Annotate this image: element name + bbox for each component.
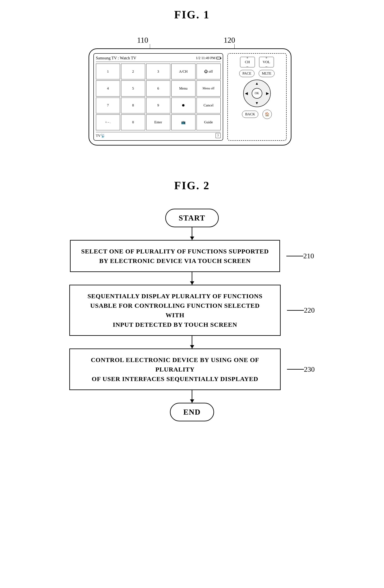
screen-btn-2[interactable]: 2 <box>121 63 145 79</box>
step210-label: 210 <box>303 252 314 260</box>
screen-btn-1[interactable]: 1 <box>96 63 120 79</box>
mlte-button[interactable]: MLTE <box>259 70 274 77</box>
screen-header: Samsung TV : Watch TV 1/2 11:49 PM <box>96 56 221 62</box>
screen-time: 1/2 11:49 PM <box>196 56 221 60</box>
dpad-right-arrow[interactable]: ▶ <box>266 91 269 96</box>
screen-btn-cancel[interactable]: Cancel <box>197 98 221 113</box>
pace-mlte-row: PACE MLTE <box>239 70 274 77</box>
tv-antenna-icon: TV📡 <box>96 133 105 138</box>
screen-btn-ach[interactable]: A/CH <box>171 63 196 79</box>
step220-label: 220 <box>304 306 315 314</box>
ch-button[interactable]: + CH – <box>240 57 255 67</box>
screen-bottom-bar: TV📡 ? <box>96 132 221 138</box>
step230-line1: CONTROL ELECTRONIC DEVICE BY USING ONE O… <box>81 355 270 374</box>
ok-button[interactable]: OK <box>252 88 262 99</box>
screen-btn-off[interactable]: ⏻ off <box>197 63 221 79</box>
help-button[interactable]: ? <box>216 133 221 138</box>
arrow-2 <box>192 272 192 285</box>
screen-btn-5[interactable]: 5 <box>121 81 145 96</box>
step220-wrapper: SEQUENTIALLY DISPLAY PLURALITY OF FUNCTI… <box>69 285 315 336</box>
screen-btn-menuoff[interactable]: Menu off <box>197 81 221 96</box>
screen-btn-3[interactable]: 3 <box>146 63 170 79</box>
step210-wrapper: SELECT ONE OF PLURALITY OF FUNCTIONS SUP… <box>70 240 314 272</box>
screen-btn-7[interactable]: 7 <box>96 98 120 113</box>
arrow-3 <box>192 336 192 349</box>
pace-button[interactable]: PACE <box>239 70 254 77</box>
touch-screen[interactable]: Samsung TV : Watch TV 1/2 11:49 PM 1 2 3… <box>93 53 223 141</box>
fig2-title: FIG. 2 <box>174 179 210 192</box>
vol-button[interactable]: + VOL – <box>259 57 274 67</box>
step230-connector-line <box>287 369 304 370</box>
step210-line1: SELECT ONE OF PLURALITY OF FUNCTIONS SUP… <box>81 247 269 256</box>
step230-box: CONTROL ELECTRONIC DEVICE BY USING ONE O… <box>69 349 281 390</box>
end-pill: END <box>170 403 214 421</box>
step230-wrapper: CONTROL ELECTRONIC DEVICE BY USING ONE O… <box>69 349 315 390</box>
screen-grid: 1 2 3 A/CH ⏻ off 4 5 6 Menu Menu off 7 8… <box>96 63 221 130</box>
step220-line1: SEQUENTIALLY DISPLAY PLURALITY OF FUNCTI… <box>81 291 270 301</box>
flowchart: START SELECT ONE OF PLURALITY OF FUNCTIO… <box>69 209 315 421</box>
step210-line2: BY ELECTRONIC DEVICE VIA TOUCH SCREEN <box>81 256 269 266</box>
arrow-1 <box>192 227 192 240</box>
home-button[interactable]: 🏠 <box>263 110 272 119</box>
screen-btn-rec[interactable]: ⏺ <box>171 98 196 113</box>
label-120: 120 <box>224 36 235 44</box>
dpad-up-arrow[interactable]: ▲ <box>255 81 259 86</box>
step220-connector-line <box>287 310 304 311</box>
device-container: 110 120 Samsung TV : Watch TV 1/2 11:49 … <box>76 36 308 154</box>
dpad-down-arrow[interactable]: ▼ <box>255 101 259 105</box>
screen-btn-9[interactable]: 9 <box>146 98 170 113</box>
step210-label-connector: 210 <box>286 252 314 260</box>
screen-btn-menu[interactable]: Menu <box>171 81 196 96</box>
step230-line2: OF USER INTERFACES SEQUENTIALLY DISPLAYE… <box>81 374 270 383</box>
label-110: 110 <box>137 36 148 44</box>
screen-btn-8[interactable]: 8 <box>121 98 145 113</box>
ch-vol-row: + CH – + VOL – <box>240 57 274 67</box>
physical-buttons-area: + CH – + VOL – PACE MLTE <box>227 53 287 141</box>
screen-btn-tv-icon[interactable]: 📺 <box>171 114 196 130</box>
start-pill: START <box>165 209 219 227</box>
fig2-section: FIG. 2 START SELECT ONE OF PLURALITY OF … <box>0 179 384 421</box>
back-button[interactable]: BACK <box>242 111 258 118</box>
screen-btn-enter[interactable]: Enter <box>146 114 170 130</box>
dpad-container[interactable]: ▲ ▼ ◀ ▶ OK <box>243 80 271 107</box>
step230-label: 230 <box>304 365 315 373</box>
arrow-4 <box>192 390 192 403</box>
step220-line2: USABLE FOR CONTROLLING FUNCTION SELECTED… <box>81 301 270 320</box>
screen-btn-4[interactable]: 4 <box>96 81 120 96</box>
screen-btn-6[interactable]: 6 <box>146 81 170 96</box>
step220-line3: INPUT DETECTED BY TOUCH SCREEN <box>81 320 270 329</box>
step220-box: SEQUENTIALLY DISPLAY PLURALITY OF FUNCTI… <box>69 285 281 336</box>
fig1-section: FIG. 1 110 120 Samsung TV : Watch TV 1/2… <box>0 8 384 154</box>
step210-box: SELECT ONE OF PLURALITY OF FUNCTIONS SUP… <box>70 240 280 272</box>
back-home-row: BACK 🏠 <box>242 110 272 119</box>
fig1-title: FIG. 1 <box>174 8 210 21</box>
dpad-left-arrow[interactable]: ◀ <box>245 91 248 96</box>
step230-label-connector: 230 <box>287 365 315 373</box>
step220-label-connector: 220 <box>287 306 315 314</box>
step210-connector-line <box>286 256 303 256</box>
battery-icon <box>216 57 221 59</box>
screen-btn-guide[interactable]: Guide <box>197 114 221 130</box>
screen-btn-0[interactable]: 0 <box>121 114 145 130</box>
device-body: Samsung TV : Watch TV 1/2 11:49 PM 1 2 3… <box>89 48 292 146</box>
tv-icon-area: TV📡 <box>96 133 105 138</box>
screen-btn-plusminus[interactable]: + – . <box>96 114 120 130</box>
screen-title: Samsung TV : Watch TV <box>96 56 136 60</box>
